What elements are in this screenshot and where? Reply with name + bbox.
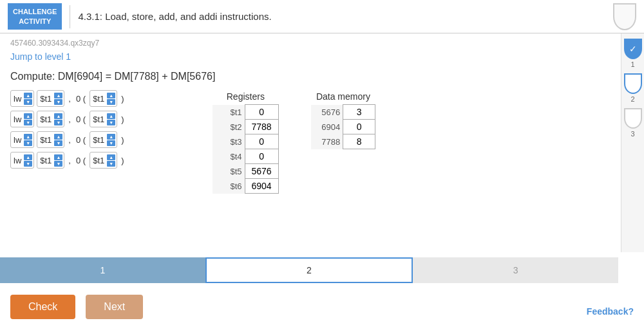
paren-4: ) xyxy=(120,156,125,165)
sidebar-level-3[interactable]: 3 xyxy=(624,108,642,138)
registers-section: Registers $t1 0 $t2 7788 $t3 0 $t4 0 xyxy=(213,91,279,194)
sidebar-level-2[interactable]: 2 xyxy=(624,73,642,103)
dm-val-7788: 8 xyxy=(343,134,375,149)
reg-label-t3: $t3 xyxy=(213,134,245,149)
header-divider xyxy=(70,5,70,28)
header-badge-icon xyxy=(613,3,636,30)
dm-addr-5676: 5676 xyxy=(311,105,343,120)
reg2-selector-4[interactable]: $t1 ▲ ▼ xyxy=(90,152,117,169)
sidebar-right: ✓ 1 2 3 xyxy=(621,33,644,252)
reg1-selector-1[interactable]: $t1 ▲ ▼ xyxy=(37,90,64,107)
level-1-badge[interactable]: ✓ xyxy=(624,39,642,59)
reg1-down-2[interactable]: ▼ xyxy=(54,120,62,125)
data-memory-table: 5676 3 6904 0 7788 8 xyxy=(311,104,376,149)
reg2-up-2[interactable]: ▲ xyxy=(107,113,115,119)
table-row: 7788 8 xyxy=(311,134,375,149)
table-row: $t6 6904 xyxy=(213,179,278,194)
tab-1-label: 1 xyxy=(100,265,105,275)
op-value-1: lw xyxy=(12,94,23,104)
table-row: $t1 0 xyxy=(213,105,278,120)
op-up-2[interactable]: ▲ xyxy=(24,113,32,119)
op-up-3[interactable]: ▲ xyxy=(24,134,32,140)
reg2-down-4[interactable]: ▼ xyxy=(107,161,115,167)
reg1-up-2[interactable]: ▲ xyxy=(54,113,62,119)
dm-val-6904: 0 xyxy=(343,120,375,134)
reg-val-t6: 6904 xyxy=(245,179,278,194)
op-value-2: lw xyxy=(12,115,23,124)
level-1-num: 1 xyxy=(630,60,634,68)
reg1-selector-4[interactable]: $t1 ▲ ▼ xyxy=(37,152,64,169)
table-row: $t5 5676 xyxy=(213,164,278,179)
jump-to-level-link[interactable]: Jump to level 1 xyxy=(0,49,81,64)
comma-3: , xyxy=(67,135,72,145)
op-selector-4[interactable]: lw ▲ ▼ xyxy=(10,152,34,169)
header: CHALLENGE ACTIVITY 4.3.1: Load, store, a… xyxy=(0,0,644,33)
level-2-badge[interactable] xyxy=(624,73,642,94)
paren-3: ) xyxy=(120,135,125,145)
reg1-up-4[interactable]: ▲ xyxy=(54,154,62,160)
next-button[interactable]: Next xyxy=(86,295,143,319)
sidebar-level-1[interactable]: ✓ 1 xyxy=(624,39,642,68)
op-up-1[interactable]: ▲ xyxy=(24,93,32,98)
main-content: ✓ 1 2 3 457460.3093434.qx3zqy7 Jump to l… xyxy=(0,33,644,323)
feedback-link[interactable]: Feedback? xyxy=(587,306,634,317)
reg-val-t5: 5676 xyxy=(245,164,278,179)
table-row: 5676 3 xyxy=(311,105,375,120)
num-label-2: 0 ( xyxy=(75,115,87,124)
reg1-value-4: $t1 xyxy=(39,156,53,165)
reg1-value-3: $t1 xyxy=(39,135,53,145)
op-selector-2[interactable]: lw ▲ ▼ xyxy=(10,111,34,127)
reg2-down-3[interactable]: ▼ xyxy=(107,140,115,146)
reg1-down-4[interactable]: ▼ xyxy=(54,161,62,167)
reg2-down-1[interactable]: ▼ xyxy=(107,99,115,105)
reg2-down-2[interactable]: ▼ xyxy=(107,120,115,125)
num-label-4: 0 ( xyxy=(75,156,87,165)
level-3-badge[interactable] xyxy=(624,108,642,129)
table-row: $t3 0 xyxy=(213,134,278,149)
reg-val-t1: 0 xyxy=(245,105,278,120)
table-row: 6904 0 xyxy=(311,120,375,134)
registers-table: $t1 0 $t2 7788 $t3 0 $t4 0 $t5 5676 xyxy=(213,104,279,194)
level-2-num: 2 xyxy=(630,95,634,103)
check-button[interactable]: Check xyxy=(10,295,75,319)
reg1-selector-3[interactable]: $t1 ▲ ▼ xyxy=(37,131,64,148)
reg2-selector-1[interactable]: $t1 ▲ ▼ xyxy=(90,90,117,107)
data-memory-section: Data memory 5676 3 6904 0 7788 8 xyxy=(311,91,376,194)
reg-label-t4: $t4 xyxy=(213,149,245,164)
comma-4: , xyxy=(67,156,72,165)
header-title: 4.3.1: Load, store, add, and addi instru… xyxy=(78,11,271,22)
op-down-3[interactable]: ▼ xyxy=(24,140,32,146)
reg2-up-3[interactable]: ▲ xyxy=(107,134,115,140)
reg2-value-3: $t1 xyxy=(91,135,106,145)
reg1-down-1[interactable]: ▼ xyxy=(54,99,62,105)
reg1-down-3[interactable]: ▼ xyxy=(54,140,62,146)
tab-2[interactable]: 2 xyxy=(205,257,413,283)
op-down-2[interactable]: ▼ xyxy=(24,120,32,125)
num-label-1: 0 ( xyxy=(75,94,87,104)
reg1-up-3[interactable]: ▲ xyxy=(54,134,62,140)
dm-val-5676: 3 xyxy=(343,105,375,120)
op-selector-1[interactable]: lw ▲ ▼ xyxy=(10,90,34,107)
num-label-3: 0 ( xyxy=(75,135,87,145)
reg2-value-2: $t1 xyxy=(91,115,106,124)
tab-1[interactable]: 1 xyxy=(0,257,205,283)
op-down-4[interactable]: ▼ xyxy=(24,161,32,167)
op-down-1[interactable]: ▼ xyxy=(24,99,32,105)
op-value-4: lw xyxy=(12,156,23,165)
reg1-selector-2[interactable]: $t1 ▲ ▼ xyxy=(37,111,64,127)
reg2-up-1[interactable]: ▲ xyxy=(107,93,115,98)
tab-2-label: 2 xyxy=(307,265,312,275)
reg2-selector-2[interactable]: $t1 ▲ ▼ xyxy=(90,111,117,127)
reg-val-t2: 7788 xyxy=(245,120,278,134)
tab-3[interactable]: 3 xyxy=(413,257,618,283)
reg2-selector-3[interactable]: $t1 ▲ ▼ xyxy=(90,131,117,148)
dm-addr-6904: 6904 xyxy=(311,120,343,134)
op-up-4[interactable]: ▲ xyxy=(24,154,32,160)
reg2-up-4[interactable]: ▲ xyxy=(107,154,115,160)
op-selector-3[interactable]: lw ▲ ▼ xyxy=(10,131,34,148)
reg1-up-1[interactable]: ▲ xyxy=(54,93,62,98)
table-row: $t2 7788 xyxy=(213,120,278,134)
table-row: $t4 0 xyxy=(213,149,278,164)
reg-val-t3: 0 xyxy=(245,134,278,149)
reg1-value-1: $t1 xyxy=(39,94,53,104)
